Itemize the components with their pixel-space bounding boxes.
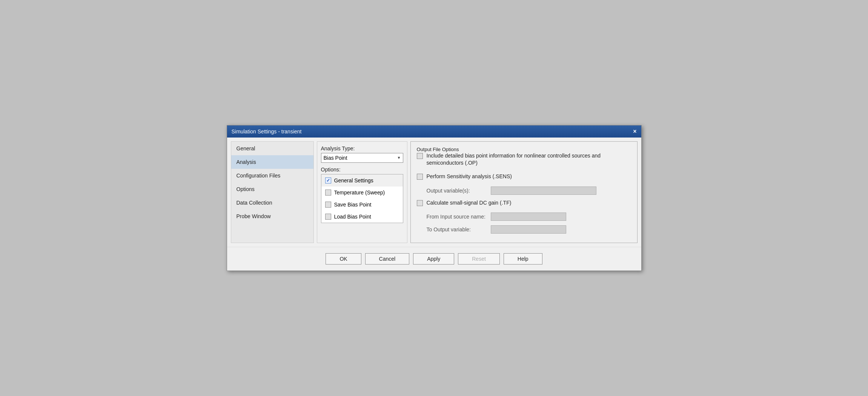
reset-button[interactable]: Reset	[458, 253, 500, 265]
input-source-input[interactable]	[491, 213, 566, 221]
dialog-title: Simulation Settings - transient	[232, 128, 302, 135]
checkbox-temperature-sweep[interactable]	[325, 190, 331, 196]
analysis-type-select[interactable]: Bias Point	[321, 153, 403, 163]
dialog-footer: OK Cancel Apply Reset Help	[227, 247, 641, 271]
output-variable-input[interactable]	[491, 225, 566, 234]
option-label-save-bias-point: Save Bias Point	[334, 202, 372, 208]
close-button[interactable]: ×	[633, 128, 636, 135]
output-row-tf-gain: Calculate small-signal DC gain (.TF)	[417, 199, 631, 207]
output-file-group-title: Output File Options	[417, 147, 459, 152]
simulation-settings-dialog: Simulation Settings - transient × Genera…	[227, 125, 642, 271]
option-item-temperature-sweep[interactable]: Temperature (Sweep)	[321, 187, 403, 199]
apply-button[interactable]: Apply	[413, 253, 454, 265]
analysis-type-section: Analysis Type: Bias Point ▼	[321, 145, 403, 163]
sidebar: General Analysis Configuration Files Opt…	[231, 141, 314, 243]
sidebar-item-general[interactable]: General	[231, 142, 313, 155]
output-row-sensitivity: Perform Sensitivity analysis (.SENS)	[417, 173, 631, 180]
help-button[interactable]: Help	[504, 253, 542, 265]
ok-button[interactable]: OK	[326, 253, 361, 265]
output-variables-row: Output variable(s):	[427, 187, 631, 195]
option-label-load-bias-point: Load Bias Point	[334, 214, 371, 220]
output-variable-row: To Output variable:	[427, 225, 631, 234]
right-panel: Output File Options Include detailed bia…	[410, 141, 638, 243]
cancel-button[interactable]: Cancel	[365, 253, 410, 265]
options-section: Options: General Settings Temperature (S…	[321, 167, 403, 223]
sidebar-item-data-collection[interactable]: Data Collection	[231, 196, 313, 209]
analysis-type-dropdown-wrapper: Bias Point ▼	[321, 153, 403, 163]
title-bar: Simulation Settings - transient ×	[227, 125, 641, 138]
sidebar-item-options[interactable]: Options	[231, 182, 313, 196]
output-variables-label: Output variable(s):	[427, 188, 487, 194]
input-source-row: From Input source name:	[427, 213, 631, 221]
sidebar-item-analysis[interactable]: Analysis	[231, 155, 313, 169]
option-item-save-bias-point[interactable]: Save Bias Point	[321, 199, 403, 211]
checkbox-general-settings[interactable]	[325, 177, 331, 183]
middle-panel: Analysis Type: Bias Point ▼ Options: Gen…	[317, 141, 407, 243]
checkbox-load-bias-point[interactable]	[325, 214, 331, 220]
output-variables-input[interactable]	[491, 187, 596, 195]
checkbox-sensitivity[interactable]	[417, 174, 423, 180]
output-text-sensitivity: Perform Sensitivity analysis (.SENS)	[427, 173, 512, 180]
option-item-load-bias-point[interactable]: Load Bias Point	[321, 211, 403, 223]
analysis-type-label: Analysis Type:	[321, 145, 403, 151]
sidebar-item-configuration-files[interactable]: Configuration Files	[231, 169, 313, 182]
option-label-general-settings: General Settings	[334, 177, 373, 183]
output-file-group: Output File Options Include detailed bia…	[410, 141, 638, 243]
option-item-general-settings[interactable]: General Settings	[321, 174, 403, 187]
output-variable-label: To Output variable:	[427, 226, 487, 232]
options-list: General Settings Temperature (Sweep) Sav…	[321, 174, 403, 223]
output-row-detailed-bias: Include detailed bias point information …	[417, 152, 631, 167]
checkbox-detailed-bias[interactable]	[417, 153, 423, 159]
checkbox-tf-gain[interactable]	[417, 200, 423, 206]
dialog-body: General Analysis Configuration Files Opt…	[227, 138, 641, 247]
options-label: Options:	[321, 167, 403, 173]
output-text-detailed-bias: Include detailed bias point information …	[427, 152, 631, 167]
sidebar-item-probe-window[interactable]: Probe Window	[231, 209, 313, 223]
output-text-tf-gain: Calculate small-signal DC gain (.TF)	[427, 199, 512, 207]
checkbox-save-bias-point[interactable]	[325, 202, 331, 208]
input-source-label: From Input source name:	[427, 214, 487, 220]
option-label-temperature-sweep: Temperature (Sweep)	[334, 190, 385, 196]
